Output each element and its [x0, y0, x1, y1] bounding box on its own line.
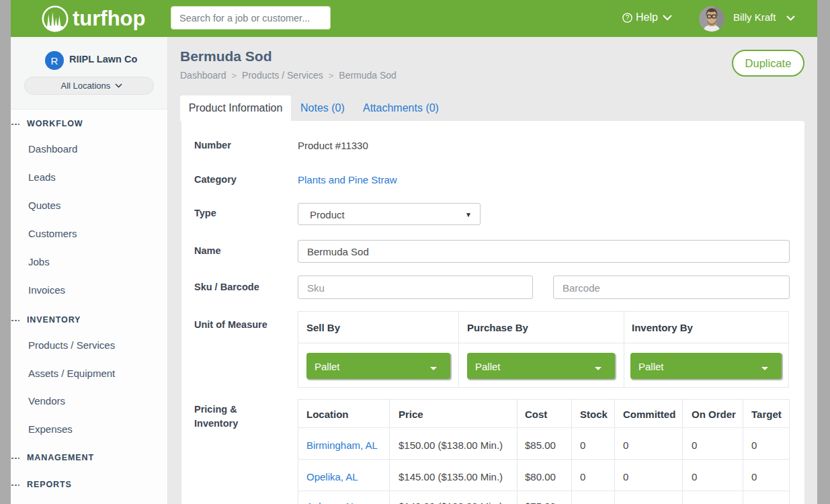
svg-text:R: R [51, 55, 58, 67]
svg-text:?: ? [626, 14, 630, 22]
